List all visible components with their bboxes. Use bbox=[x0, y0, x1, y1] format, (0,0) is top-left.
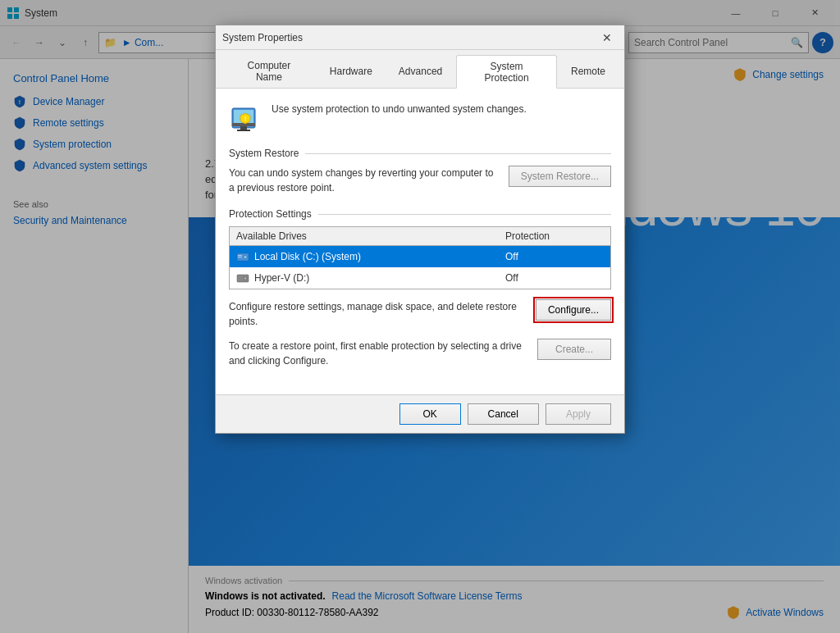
svg-point-12 bbox=[244, 256, 247, 259]
ok-button[interactable]: OK bbox=[399, 403, 461, 425]
protection-table: Available Drives Protection Local Disk (… bbox=[229, 226, 611, 289]
create-text: To create a restore point, first enable … bbox=[229, 339, 529, 368]
svg-rect-8 bbox=[240, 126, 247, 130]
drive-icon-d bbox=[236, 271, 249, 285]
tab-computer-name[interactable]: Computer Name bbox=[222, 55, 316, 88]
apply-button[interactable]: Apply bbox=[546, 403, 611, 425]
col-protection-header: Protection bbox=[505, 230, 604, 242]
svg-rect-7 bbox=[232, 123, 255, 126]
drive-c-protection: Off bbox=[505, 251, 604, 262]
system-restore-button[interactable]: System Restore... bbox=[509, 166, 611, 187]
tab-remote[interactable]: Remote bbox=[559, 55, 618, 88]
system-restore-desc: You can undo system changes by reverting… bbox=[229, 166, 500, 195]
configure-button[interactable]: Configure... bbox=[536, 299, 611, 321]
cancel-button[interactable]: Cancel bbox=[468, 403, 539, 425]
system-protection-icon: ! bbox=[229, 102, 262, 134]
tab-hardware[interactable]: Hardware bbox=[317, 55, 385, 88]
drive-d-protection: Off bbox=[505, 272, 604, 284]
dialog-title: System Properties bbox=[222, 32, 596, 43]
dialog-tabs: Computer Name Hardware Advanced System P… bbox=[216, 50, 624, 89]
drive-icon-c bbox=[236, 250, 249, 263]
modal-backdrop: System Properties ✕ Computer Name Hardwa… bbox=[0, 0, 840, 633]
dialog-footer: OK Cancel Apply bbox=[216, 394, 624, 433]
protection-settings-section: Protection Settings Available Drives Pro… bbox=[229, 208, 611, 368]
dialog-close-button[interactable]: ✕ bbox=[596, 29, 618, 47]
system-restore-area: You can undo system changes by reverting… bbox=[229, 166, 611, 195]
create-area: To create a restore point, first enable … bbox=[229, 339, 611, 368]
svg-rect-14 bbox=[238, 257, 242, 257]
svg-rect-13 bbox=[238, 255, 242, 256]
dialog-header: ! Use system protection to undo unwanted… bbox=[229, 102, 611, 134]
col-drive-header: Available Drives bbox=[236, 230, 505, 242]
svg-text:!: ! bbox=[244, 115, 247, 122]
dialog-header-text: Use system protection to undo unwanted s… bbox=[272, 102, 611, 116]
configure-text: Configure restore settings, manage disk … bbox=[229, 299, 527, 329]
configure-area: Configure restore settings, manage disk … bbox=[229, 299, 611, 329]
svg-rect-9 bbox=[237, 130, 250, 131]
system-restore-title: System Restore bbox=[229, 148, 611, 159]
table-header: Available Drives Protection bbox=[230, 227, 610, 246]
create-button[interactable]: Create... bbox=[537, 339, 611, 360]
drive-row-d[interactable]: Hyper-V (D:) Off bbox=[230, 267, 610, 289]
drive-row-c[interactable]: Local Disk (C:) (System) Off bbox=[230, 246, 610, 267]
system-restore-section: System Restore You can undo system chang… bbox=[229, 148, 611, 195]
tab-advanced[interactable]: Advanced bbox=[386, 55, 454, 88]
svg-point-16 bbox=[244, 277, 247, 280]
dialog-content: ! Use system protection to undo unwanted… bbox=[216, 89, 624, 394]
drive-d-name: Hyper-V (D:) bbox=[254, 272, 500, 284]
tab-system-protection[interactable]: System Protection bbox=[456, 55, 557, 89]
protection-settings-title: Protection Settings bbox=[229, 208, 611, 220]
drive-c-name: Local Disk (C:) (System) bbox=[254, 251, 500, 262]
system-properties-dialog: System Properties ✕ Computer Name Hardwa… bbox=[215, 25, 625, 434]
dialog-title-bar: System Properties ✕ bbox=[216, 25, 624, 50]
